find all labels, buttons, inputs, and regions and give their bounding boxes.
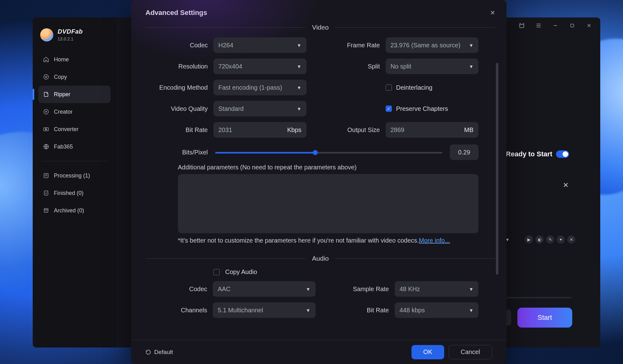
chevron-down-icon: ▼ [469,64,473,69]
section-video: Video [145,24,495,31]
reset-default-button[interactable]: Default [145,349,173,356]
ready-toggle[interactable] [556,150,569,158]
default-label: Default [154,349,173,356]
brand-name: DVDFab [58,28,83,35]
select-value: 23.976 (Same as source) [391,42,461,49]
codec-label: Codec [145,42,208,49]
video-quality-select[interactable]: Standard ▼ [213,101,307,116]
additional-params-textarea[interactable] [178,174,478,233]
video-bitrate-input[interactable]: 2031 Kbps [213,122,307,138]
sidebar-item-creator[interactable]: Creator [38,103,111,121]
settings-mini-icon[interactable]: ✦ [557,235,565,243]
footer-actions: Start [495,308,572,328]
dialog-body: Video Codec H264 ▼ Resolution [131,22,506,340]
section-audio-label: Audio [312,255,329,262]
bits-pixel-slider[interactable] [215,149,442,155]
bits-pixel-label: Bits/Pixel [145,149,208,156]
preview-icon[interactable]: ◐ [535,235,544,243]
encoding-method-select[interactable]: Fast encoding (1-pass) ▼ [213,80,307,95]
sidebar-item-fab365[interactable]: Fab365 [38,138,111,155]
sample-rate-select[interactable]: 48 KHz ▼ [395,281,479,297]
dialog-header: Advanced Settings ✕ [131,0,506,22]
creator-icon [43,108,50,115]
svg-rect-8 [520,25,524,28]
channels-label: Channels [164,307,207,314]
select-value: 48 KHz [400,286,420,293]
sidebar-nav: Home Copy Ripper Creator [38,51,111,219]
advanced-settings-dialog: Advanced Settings ✕ Video Codec H264 ▼ [131,0,506,364]
more-info-link[interactable]: More info... [419,237,450,244]
resolution-select[interactable]: 720x404 ▼ [213,59,307,74]
ok-button[interactable]: OK [411,345,444,359]
sidebar-item-label: Finished (0) [54,190,83,196]
chevron-down-icon[interactable]: ▾ [506,237,514,243]
bits-pixel-value[interactable]: 0.29 [450,144,478,160]
chevron-down-icon: ▼ [297,64,302,69]
deinterlacing-label: Deinterlacing [396,84,433,91]
output-unit: MB [464,126,473,134]
maximize-icon[interactable] [568,21,577,30]
ready-to-start: Ready to Start [506,150,569,158]
preserve-chapters-checkbox[interactable]: ✓ [386,106,392,112]
close-icon[interactable]: ✕ [490,9,495,17]
preserve-chapters-label: Preserve Chapters [396,105,448,112]
video-quality-label: Video Quality [145,105,208,112]
input-value: 2031 [218,126,232,134]
select-value: Standard [218,105,244,112]
copy-audio-checkbox[interactable] [213,269,220,275]
sidebar-item-label: Fab365 [54,144,73,150]
menu-icon[interactable] [534,21,543,30]
edit-icon[interactable]: ✎ [546,235,554,243]
sidebar-item-processing[interactable]: Processing (1) [38,167,111,184]
audio-bitrate-select[interactable]: 448 kbps ▼ [395,302,479,318]
mini-tools: ▾ ▶ ◐ ✎ ✦ ✕ [506,235,575,243]
ripper-icon [43,91,50,98]
close-icon[interactable] [585,21,593,30]
select-value: No split [391,63,411,70]
video-codec-select[interactable]: H264 ▼ [213,37,307,53]
svg-rect-5 [44,173,48,177]
sidebar: DVDFab 13.0.2.1 Home Copy Ri [33,17,116,347]
shop-icon[interactable] [517,21,526,30]
brand-logo-icon [40,28,53,41]
select-value: H264 [218,42,233,49]
split-label: Split [318,63,380,70]
sidebar-item-converter[interactable]: Converter [38,121,111,138]
sidebar-item-finished[interactable]: Finished (0) [38,184,111,202]
finished-icon [43,190,50,196]
chevron-down-icon: ▼ [297,43,302,48]
output-size-label: Output Size [318,126,380,134]
section-video-label: Video [312,24,329,31]
minimize-icon[interactable] [551,21,560,30]
chevron-down-icon: ▼ [469,308,473,313]
channels-select[interactable]: 5.1 Multichannel ▼ [213,302,316,318]
sidebar-item-label: Copy [54,74,67,80]
remove-item-icon[interactable]: ✕ [563,181,568,189]
cancel-button[interactable]: Cancel [449,345,492,359]
sidebar-item-label: Creator [54,109,73,115]
play-icon[interactable]: ▶ [525,235,533,243]
output-size-input[interactable]: 2869 MB [386,122,479,138]
start-button[interactable]: Start [517,308,572,328]
dialog-title: Advanced Settings [145,9,207,17]
sidebar-item-home[interactable]: Home [38,51,111,68]
fab365-icon [43,143,50,150]
framerate-label: Frame Rate [318,42,380,49]
deinterlacing-checkbox[interactable] [386,84,392,91]
chevron-down-icon: ▼ [469,43,473,48]
split-select[interactable]: No split ▼ [386,59,479,74]
sidebar-item-archived[interactable]: Archived (0) [38,202,111,219]
delete-icon[interactable]: ✕ [567,235,575,243]
sidebar-item-label: Ripper [54,91,70,98]
framerate-select[interactable]: 23.976 (Same as source) ▼ [386,37,479,53]
bitrate-unit: Kbps [287,126,302,134]
audio-codec-label: Codec [164,286,207,293]
sidebar-item-copy[interactable]: Copy [38,68,111,86]
sidebar-item-ripper[interactable]: Ripper [38,86,111,103]
additional-params-label: Additional parameters (No need to repeat… [178,164,495,171]
scrollbar[interactable] [496,63,498,275]
audio-codec-select[interactable]: AAC ▼ [213,281,316,297]
sidebar-divider [41,161,107,161]
disc-copy-icon [43,73,50,80]
note-text: *It's better not to customize the parame… [178,237,419,244]
